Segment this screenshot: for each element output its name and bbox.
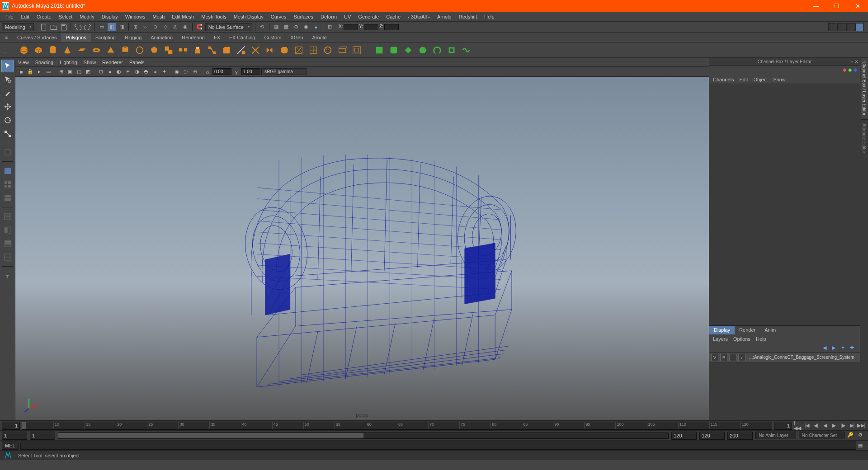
- vp-menu-show[interactable]: Show: [84, 60, 96, 65]
- menu-deform[interactable]: Deform: [317, 13, 340, 21]
- y-field[interactable]: [364, 24, 378, 30]
- layout-four-icon[interactable]: [1, 178, 14, 191]
- layer-menu-options[interactable]: Options: [733, 336, 750, 342]
- vp-gamma-field[interactable]: 1.00: [241, 68, 260, 75]
- shelf-menu-icon[interactable]: ≡: [0, 35, 13, 40]
- green-tool-1-icon[interactable]: [373, 44, 385, 56]
- menu-curves[interactable]: Curves: [267, 13, 290, 21]
- save-scene-icon[interactable]: [60, 23, 68, 31]
- shelf-edit-icon[interactable]: [3, 48, 15, 52]
- green-tool-4-icon[interactable]: [417, 44, 429, 56]
- vp-colorspace-dropdown[interactable]: sRGB gamma: [261, 68, 307, 75]
- target-weld-icon[interactable]: [250, 44, 261, 56]
- poly-pyramid-icon[interactable]: [105, 44, 117, 56]
- vp-wireframe-icon[interactable]: ⊡: [97, 68, 105, 76]
- vp-menu-shading[interactable]: Shading: [35, 60, 53, 65]
- vp-shadows-icon[interactable]: ◑: [133, 68, 141, 76]
- snap-grid-icon[interactable]: ⊞: [132, 23, 140, 31]
- poly-cylinder-icon[interactable]: [47, 44, 59, 56]
- current-frame-left[interactable]: 1: [2, 422, 20, 430]
- cb-menu-edit[interactable]: Edit: [739, 77, 748, 82]
- green-tool-6-icon[interactable]: [446, 44, 458, 56]
- command-lang-selector[interactable]: MEL: [2, 442, 19, 450]
- prefs-icon[interactable]: ⚙: [858, 432, 866, 439]
- layer-v-toggle[interactable]: V: [711, 354, 718, 361]
- panel-layout-icon[interactable]: ⊞: [326, 23, 334, 31]
- shelf-tab-xgen[interactable]: XGen: [286, 33, 307, 42]
- construction-history-icon[interactable]: ⟲: [258, 23, 266, 31]
- menu-edit-mesh[interactable]: Edit Mesh: [168, 13, 198, 21]
- shelf-tab-arnold[interactable]: Arnold: [308, 33, 331, 42]
- range-outer-min[interactable]: 120: [699, 432, 725, 440]
- layer-row[interactable]: VP/...:Analogic_ConneCT_Baggage_Screenin…: [709, 352, 860, 362]
- vp-motion-blur-icon[interactable]: ≈: [151, 68, 159, 76]
- combine-icon[interactable]: [163, 44, 175, 56]
- poly-plane-icon[interactable]: [76, 44, 88, 56]
- vp-lights-icon[interactable]: ☀: [124, 68, 132, 76]
- rotate-tool[interactable]: [1, 114, 14, 127]
- vp-menu-view[interactable]: View: [18, 60, 29, 65]
- vp-gate-mask-icon[interactable]: ◩: [84, 68, 92, 76]
- time-track[interactable]: 5101520253035404550556065707580859095100…: [22, 422, 772, 430]
- vp-bookmark-icon[interactable]: ▸: [35, 68, 43, 76]
- shelf-tab-curves-surfaces[interactable]: Curves / Surfaces: [13, 33, 61, 42]
- shelf-tab-rendering[interactable]: Rendering: [177, 33, 209, 42]
- toggle-tool-settings-icon[interactable]: [837, 23, 845, 31]
- select-tool[interactable]: [1, 60, 14, 72]
- shelf-tab-animation[interactable]: Animation: [146, 33, 177, 42]
- extrude-icon[interactable]: [192, 44, 203, 56]
- hypershade-icon[interactable]: ●: [312, 23, 320, 31]
- vp-xray-joints-icon[interactable]: ⊚: [191, 68, 199, 76]
- ipr-render-icon[interactable]: ▩: [282, 23, 290, 31]
- vp-resolution-gate-icon[interactable]: ▢: [75, 68, 83, 76]
- new-scene-icon[interactable]: [40, 23, 48, 31]
- close-button[interactable]: ✕: [847, 0, 868, 12]
- vp-gamma-icon[interactable]: γ: [232, 68, 241, 76]
- menu-edit[interactable]: Edit: [17, 13, 33, 21]
- vp-exposure-icon[interactable]: ☼: [203, 68, 212, 76]
- vp-select-camera-icon[interactable]: ■: [17, 68, 25, 76]
- step-forward-key-icon[interactable]: ▶|: [848, 422, 856, 429]
- layer-new-selected-icon[interactable]: ✚: [850, 345, 856, 351]
- green-tool-2-icon[interactable]: [388, 44, 400, 56]
- cb-menu-channels[interactable]: Channels: [713, 77, 734, 82]
- shelf-tab-custom[interactable]: Custom: [260, 33, 286, 42]
- vp-xray-icon[interactable]: ◌: [182, 68, 190, 76]
- layer-new-empty-icon[interactable]: ✦: [841, 345, 847, 351]
- layer-menu-layers[interactable]: Layers: [713, 336, 728, 342]
- menu-select[interactable]: Select: [55, 13, 76, 21]
- layer-move-down-icon[interactable]: ▶: [832, 345, 838, 351]
- toggle-modeling-toolkit-icon[interactable]: [855, 23, 863, 31]
- vp-menu-panels[interactable]: Panels: [129, 60, 145, 65]
- snap-live-icon[interactable]: ◉: [181, 23, 189, 31]
- snap-plane-icon[interactable]: ◇: [161, 23, 170, 31]
- play-forward-icon[interactable]: ▶: [830, 422, 838, 429]
- menu-surfaces[interactable]: Surfaces: [290, 13, 317, 21]
- anim-layer-dropdown[interactable]: No Anim Layer: [755, 432, 796, 439]
- green-tool-7-icon[interactable]: [460, 44, 472, 56]
- paint-select-tool[interactable]: [1, 87, 14, 99]
- select-by-hierarchy-icon[interactable]: ▭: [98, 23, 106, 31]
- layer-color-swatch[interactable]: [729, 354, 736, 361]
- layer-display-type[interactable]: /: [738, 354, 745, 361]
- snap-view-icon[interactable]: ◎: [171, 23, 179, 31]
- menu-mesh-display[interactable]: Mesh Display: [230, 13, 267, 21]
- menu-display[interactable]: Display: [98, 13, 122, 21]
- layer-p-toggle[interactable]: P: [720, 354, 727, 361]
- poly-cone-icon[interactable]: [61, 44, 73, 56]
- vp-aa-icon[interactable]: ✦: [160, 68, 168, 76]
- vp-grid-icon[interactable]: ⊞: [57, 68, 65, 76]
- quadrangulate-icon[interactable]: [307, 44, 319, 56]
- vp-image-plane-icon[interactable]: ▭: [44, 68, 52, 76]
- character-set-dropdown[interactable]: No Character Set: [799, 432, 844, 439]
- vp-ao-icon[interactable]: ◓: [142, 68, 150, 76]
- lasso-tool[interactable]: [1, 73, 14, 86]
- redo-icon[interactable]: [84, 23, 92, 31]
- time-slider[interactable]: 1 51015202530354045505560657075808590951…: [0, 420, 868, 430]
- toggle-channel-box-icon[interactable]: [846, 23, 854, 31]
- menu-create[interactable]: Create: [33, 13, 55, 21]
- shelf-tab-rigging[interactable]: Rigging: [120, 33, 146, 42]
- panel-close-icon[interactable]: ✕: [854, 59, 858, 64]
- menu-windows[interactable]: Windows: [122, 13, 149, 21]
- uv-editor-icon[interactable]: [351, 44, 363, 56]
